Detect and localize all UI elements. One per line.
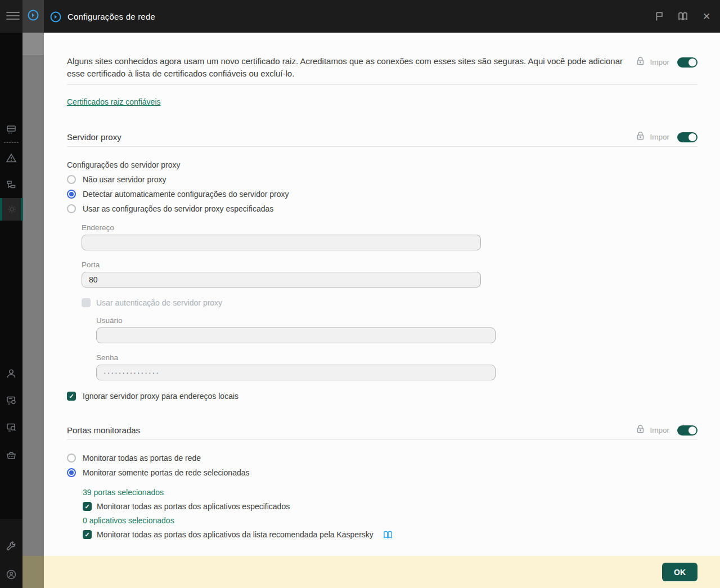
top-bar: Configurações de rede ✕ (0, 0, 720, 33)
lock-icon[interactable] (636, 424, 645, 436)
sidebar-divider (4, 142, 19, 143)
lock-icon[interactable] (636, 131, 645, 143)
user-icon[interactable] (0, 368, 22, 379)
close-icon[interactable]: ✕ (701, 11, 712, 22)
port-input[interactable] (82, 272, 481, 288)
user-input[interactable] (96, 327, 496, 343)
password-input[interactable] (96, 365, 496, 380)
devices-icon[interactable] (0, 124, 22, 136)
ports-toggle[interactable] (677, 425, 698, 436)
tools-icon[interactable] (0, 541, 22, 552)
enforce-label: Impor (650, 426, 669, 434)
alerts-icon[interactable] (0, 153, 22, 163)
app-circle-icon (27, 9, 39, 24)
app-tab[interactable] (22, 0, 44, 33)
settings-panel: Alguns sites conhecidos agora usam um no… (44, 33, 720, 556)
support-icon[interactable] (0, 569, 22, 580)
proxy-group-label: Configurações do servidor proxy (67, 160, 698, 169)
bypass-local-checkbox-row[interactable]: Ignorar servidor proxy para endereços lo… (67, 392, 698, 401)
menu-icon[interactable] (6, 10, 20, 23)
kaspersky-list-checkbox-row[interactable]: Monitorar todas as portas dos aplicativo… (83, 530, 698, 539)
page-circle-icon (50, 11, 62, 25)
store-icon[interactable] (0, 450, 22, 461)
selected-apps-link[interactable]: 0 aplicativos selecionados (83, 516, 174, 525)
checkbox-icon[interactable] (83, 530, 92, 539)
enforce-label: Impor (650, 133, 669, 141)
radio-icon[interactable] (67, 454, 76, 463)
certificates-toggle[interactable] (677, 57, 698, 68)
radio-manual-proxy[interactable]: Usar as configurações do servidor proxy … (67, 204, 698, 213)
tasks-tree-icon[interactable] (0, 179, 22, 191)
password-label: Senha (96, 353, 698, 362)
radio-all-ports[interactable]: Monitorar todas as portas de rede (67, 454, 698, 463)
proxy-toggle[interactable] (677, 132, 698, 142)
radio-icon[interactable] (67, 190, 76, 199)
radio-auto-detect[interactable]: Detectar automaticamente configurações d… (67, 190, 698, 199)
help-book-icon[interactable] (677, 11, 688, 22)
ok-button[interactable]: OK (662, 563, 698, 581)
dimmed-secondary-sidebar (22, 33, 44, 588)
divider (67, 146, 698, 147)
help-book-icon[interactable] (383, 531, 393, 539)
port-label: Porta (82, 261, 698, 269)
checkbox-icon[interactable] (67, 392, 76, 401)
discovery-icon[interactable] (0, 422, 22, 433)
monitor-apps-checkbox-row[interactable]: Monitorar todas as portas dos aplicativo… (83, 502, 698, 511)
flag-icon[interactable] (654, 11, 665, 22)
checkbox-icon[interactable] (83, 502, 92, 511)
ports-section-title: Portas monitoradas (67, 425, 140, 435)
reports-icon[interactable] (0, 395, 22, 406)
address-input[interactable] (82, 235, 481, 250)
proxy-section-title: Servidor proxy (67, 132, 122, 142)
radio-selected-ports[interactable]: Monitorar somente portas de rede selecio… (67, 468, 698, 477)
settings-selected-item[interactable] (0, 198, 23, 221)
proxy-auth-checkbox-row[interactable]: Usar autenticação de servidor proxy (82, 298, 698, 307)
lock-icon[interactable] (636, 56, 645, 68)
radio-no-proxy[interactable]: Não usar servidor proxy (67, 175, 698, 184)
radio-icon[interactable] (67, 468, 76, 477)
checkbox-icon[interactable] (82, 298, 91, 307)
radio-icon[interactable] (67, 204, 76, 213)
trusted-certificates-link[interactable]: Certificados raiz confiáveis (67, 97, 161, 106)
enforce-label: Impor (650, 58, 669, 66)
divider (67, 439, 698, 440)
certificates-description: Alguns sites conhecidos agora usam um no… (67, 55, 624, 80)
selected-ports-link[interactable]: 39 portas selecionados (83, 488, 164, 497)
footer-bar: OK (44, 556, 720, 588)
divider (67, 84, 698, 85)
page-title: Configurações de rede (68, 0, 155, 33)
radio-icon[interactable] (67, 175, 76, 184)
address-label: Endereço (82, 223, 698, 232)
left-sidebar (0, 0, 22, 588)
user-label: Usuário (96, 316, 698, 325)
